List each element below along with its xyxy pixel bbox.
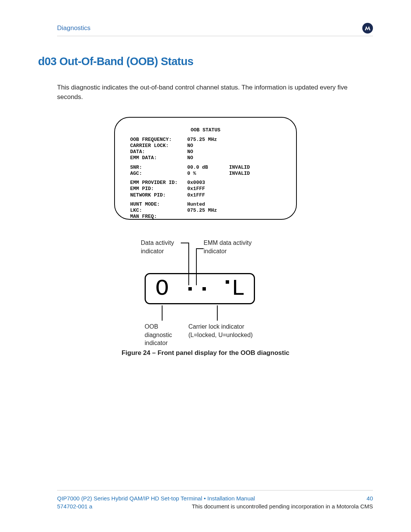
page-footer: QIP7000 (P2) Series Hybrid QAM/IP HD Set…: [57, 490, 373, 511]
status-value: NO: [187, 149, 229, 155]
page-number: 40: [366, 495, 373, 502]
status-value: NO: [187, 155, 229, 161]
emm-data-activity-label: EMM data activity indicator: [204, 239, 252, 255]
emm-data-dot-icon: [202, 287, 206, 291]
status-block-1: OOB FREQUENCY:075.25 MHzCARRIER LOCK:NOD…: [130, 137, 281, 161]
status-label: CARRIER LOCK:: [130, 143, 187, 149]
carrier-lock-char: L: [231, 277, 244, 300]
status-label: LKC:: [130, 208, 187, 214]
status-value: 0x1FFF: [187, 192, 229, 198]
status-row: SNR:00.0 dBINVALID: [130, 165, 281, 171]
data-activity-label: Data activity indicator: [141, 239, 174, 255]
status-label: MAN FREQ:: [130, 214, 187, 220]
status-row: MAN FREQ:: [130, 214, 281, 220]
status-extra: INVALID: [229, 165, 250, 171]
motorola-logo-icon: [362, 23, 373, 34]
status-label: DATA:: [130, 149, 187, 155]
status-block-3: EMM PROVIDER ID:0x0003EMM PID:0x1FFFNETW…: [130, 180, 281, 198]
status-row: NETWORK PID:0x1FFF: [130, 192, 281, 198]
status-label: EMM PID:: [130, 186, 187, 192]
status-label: NETWORK PID:: [130, 192, 187, 198]
oob-status-screen: OOB STATUS OOB FREQUENCY:075.25 MHzCARRI…: [114, 117, 297, 220]
footer-disclaimer: This document is uncontrolled pending in…: [192, 503, 373, 510]
oob-diagnostic-label: OOB diagnostic indicator: [145, 323, 172, 347]
status-value: 00.0 dB: [187, 165, 229, 171]
status-row: LKC:075.25 MHz: [130, 208, 281, 214]
status-value: [187, 214, 229, 220]
status-value: NO: [187, 143, 229, 149]
status-label: EMM DATA:: [130, 155, 187, 161]
status-row: AGC:0 %INVALID: [130, 171, 281, 177]
status-row: OOB FREQUENCY:075.25 MHz: [130, 137, 281, 143]
footer-doc-number: 574702-001 a: [57, 503, 92, 510]
figure-caption: Figure 24 – Front panel display for the …: [38, 349, 373, 357]
data-activity-dot-icon: [188, 287, 192, 291]
front-panel-diagram: Data activity indicator EMM data activit…: [129, 239, 282, 345]
status-label: AGC:: [130, 171, 187, 177]
screen-title: OOB STATUS: [130, 127, 281, 133]
status-extra: INVALID: [229, 171, 250, 177]
status-label: SNR:: [130, 165, 187, 171]
status-value: 0 %: [187, 171, 229, 177]
carrier-lock-dot-icon: [226, 280, 229, 284]
status-value: 075.25 MHz: [187, 208, 229, 214]
status-value: Hunted: [187, 201, 229, 208]
connector-line: [162, 305, 162, 321]
connector-line: [196, 248, 204, 249]
connector-line: [181, 243, 188, 243]
front-panel-display: O L: [145, 273, 255, 304]
status-label: OOB FREQUENCY:: [130, 137, 187, 143]
status-value: 075.25 MHz: [187, 137, 229, 143]
connector-line: [217, 305, 218, 321]
status-value: 0x0003: [187, 180, 229, 186]
status-row: CARRIER LOCK:NO: [130, 143, 281, 149]
page-header: Diagnostics: [57, 23, 373, 36]
status-row: EMM PROVIDER ID:0x0003: [130, 180, 281, 186]
carrier-lock-label: Carrier lock indicator (L=locked, U=unlo…: [188, 323, 253, 339]
status-block-4: HUNT MODE:HuntedLKC:075.25 MHzMAN FREQ:: [130, 201, 281, 220]
page-title: d03 Out-Of-Band (OOB) Status: [38, 55, 373, 68]
oob-diagnostic-char: O: [155, 277, 168, 300]
header-section-label: Diagnostics: [57, 24, 91, 32]
status-row: HUNT MODE:Hunted: [130, 201, 281, 208]
status-row: EMM PID:0x1FFF: [130, 186, 281, 192]
status-label: HUNT MODE:: [130, 201, 187, 208]
status-row: EMM DATA:NO: [130, 155, 281, 161]
footer-manual-title: QIP7000 (P2) Series Hybrid QAM/IP HD Set…: [57, 495, 255, 502]
status-block-2: SNR:00.0 dBINVALIDAGC:0 %INVALID: [130, 165, 281, 177]
status-row: DATA:NO: [130, 149, 281, 155]
status-label: EMM PROVIDER ID:: [130, 180, 187, 186]
intro-paragraph: This diagnostic indicates the out-of-ban…: [57, 83, 373, 102]
status-value: 0x1FFF: [187, 186, 229, 192]
